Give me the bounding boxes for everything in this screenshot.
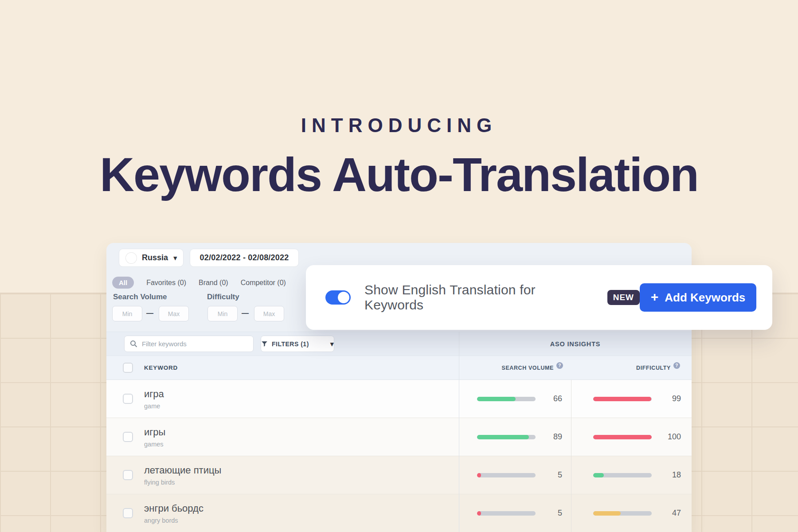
keyword-translation: flying birds xyxy=(144,479,221,486)
range-dash: — xyxy=(242,309,249,317)
hero-eyebrow: INTRODUCING xyxy=(0,114,798,137)
column-divider xyxy=(571,380,571,532)
table-row[interactable]: летающие птицы flying birds 5 18 xyxy=(106,456,692,494)
russia-flag-icon xyxy=(125,252,137,264)
column-divider xyxy=(459,332,459,532)
difficulty-column-header: DIFFICULTY xyxy=(636,365,671,371)
difficulty-bar xyxy=(593,473,652,477)
search-volume-value: 5 xyxy=(547,509,562,518)
difficulty-bar-fill xyxy=(593,435,652,439)
table-row[interactable]: игра game 66 99 xyxy=(106,380,692,418)
translation-toggle-label: Show English Translation for Keywords xyxy=(364,282,598,313)
table-row[interactable]: энгри бьордс angry bords 5 47 xyxy=(106,494,692,532)
difficulty-bar xyxy=(593,511,652,516)
country-selector[interactable]: Russia ▾ xyxy=(119,249,184,267)
keyword-translation: game xyxy=(144,403,164,410)
range-dash: — xyxy=(146,309,153,317)
translation-panel: Show English Translation for Keywords NE… xyxy=(306,265,772,330)
search-volume-value: 89 xyxy=(547,432,562,442)
keyword-text: летающие птицы xyxy=(144,465,221,476)
search-volume-column-header: SEARCH VOLUME xyxy=(501,365,554,371)
funnel-icon xyxy=(261,340,268,347)
row-checkbox[interactable] xyxy=(123,394,133,404)
keyword-translation: games xyxy=(144,441,165,448)
filters-button[interactable]: FILTERS (1) ▾ xyxy=(261,336,334,352)
difficulty-bar-fill xyxy=(593,511,621,516)
difficulty-value: 99 xyxy=(663,394,681,403)
search-volume-filter-label: Search Volume xyxy=(113,293,167,301)
row-checkbox[interactable] xyxy=(123,470,133,480)
add-keywords-label: Add Keywords xyxy=(665,291,745,305)
date-range-picker[interactable]: 02/02/2022 - 02/08/2022 xyxy=(190,249,299,267)
help-icon[interactable]: ? xyxy=(556,362,563,369)
search-volume-value: 66 xyxy=(547,394,562,403)
page-title: Keywords Auto-Translation xyxy=(0,147,798,202)
difficulty-min-input[interactable] xyxy=(207,306,238,321)
help-icon[interactable]: ? xyxy=(673,362,680,369)
search-volume-bar-fill xyxy=(477,511,481,516)
difficulty-bar-fill xyxy=(593,473,604,477)
table-row[interactable]: игры games 89 100 xyxy=(106,418,692,456)
tab-favorites[interactable]: Favorites (0) xyxy=(146,279,186,287)
difficulty-bar xyxy=(593,397,652,401)
translation-toggle[interactable] xyxy=(325,290,351,305)
search-volume-bar xyxy=(477,473,536,477)
difficulty-value: 100 xyxy=(663,432,681,442)
keyword-text: игра xyxy=(144,388,164,400)
country-label: Russia xyxy=(142,253,168,262)
keyword-translation: angry bords xyxy=(144,517,203,524)
difficulty-filter-label: Difficulty xyxy=(207,293,239,301)
select-all-checkbox[interactable] xyxy=(123,363,133,373)
search-volume-bar-fill xyxy=(477,435,529,439)
keyword-tabs: All Favorites (0) Brand (0) Competitor (… xyxy=(112,277,286,289)
difficulty-value: 18 xyxy=(663,470,681,480)
difficulty-bar xyxy=(593,435,652,439)
difficulty-value: 47 xyxy=(663,509,681,518)
keyword-filter-input[interactable] xyxy=(142,340,248,348)
difficulty-bar-fill xyxy=(593,397,651,401)
filters-button-label: FILTERS (1) xyxy=(272,340,309,348)
row-checkbox[interactable] xyxy=(123,508,133,518)
chevron-down-icon: ▾ xyxy=(173,254,177,261)
date-range-value: 02/02/2022 - 02/08/2022 xyxy=(200,253,289,262)
tab-brand[interactable]: Brand (0) xyxy=(199,279,228,287)
search-volume-bar xyxy=(477,435,536,439)
tab-competitor[interactable]: Competitor (0) xyxy=(241,279,286,287)
add-keywords-button[interactable]: + Add Keywords xyxy=(640,283,756,312)
toggle-knob-icon xyxy=(338,292,349,303)
tab-all[interactable]: All xyxy=(112,277,134,289)
chevron-down-icon: ▾ xyxy=(330,340,334,347)
search-volume-min-input[interactable] xyxy=(112,306,142,321)
search-volume-bar xyxy=(477,511,536,516)
row-checkbox[interactable] xyxy=(123,432,133,442)
aso-insights-header: ASO INSIGHTS xyxy=(459,332,692,356)
keyword-text: игры xyxy=(144,426,165,438)
table-body: игра game 66 99 игры games 89 100 xyxy=(106,380,692,532)
search-volume-bar xyxy=(477,397,536,401)
keyword-text: энгри бьордс xyxy=(144,503,203,514)
keyword-filter-field[interactable] xyxy=(124,336,254,352)
new-badge: NEW xyxy=(607,290,640,305)
search-icon xyxy=(130,340,137,348)
plus-icon: + xyxy=(651,289,659,305)
search-volume-bar-fill xyxy=(477,473,481,477)
search-volume-value: 5 xyxy=(547,470,562,480)
table-header-row: KEYWORD SEARCH VOLUME ? DIFFICULTY ? xyxy=(106,356,692,380)
search-volume-max-input[interactable] xyxy=(159,306,189,321)
difficulty-max-input[interactable] xyxy=(254,306,284,321)
keyword-column-header: KEYWORD xyxy=(144,364,178,371)
search-volume-bar-fill xyxy=(477,397,516,401)
